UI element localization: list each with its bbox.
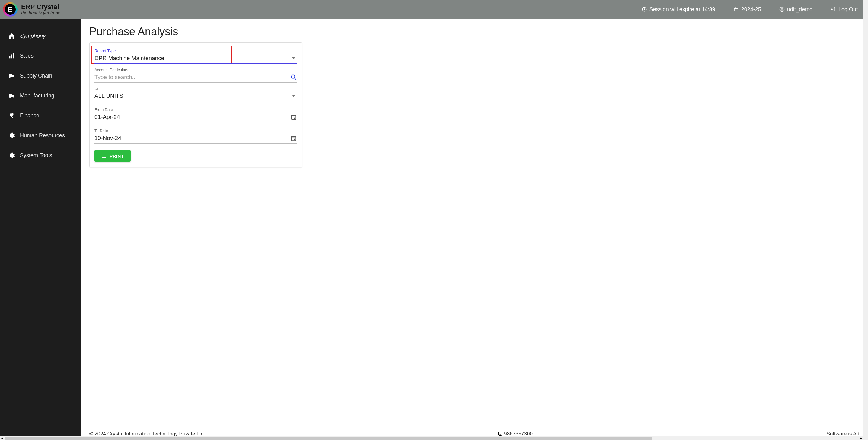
user-menu[interactable]: udit_demo <box>776 4 815 14</box>
download-icon <box>101 153 106 159</box>
svg-point-11 <box>291 75 295 78</box>
report-type-label: Report Type <box>94 48 297 53</box>
print-button[interactable]: PRINT <box>94 150 131 162</box>
svg-point-7 <box>10 77 11 78</box>
sidebar-item-finance[interactable]: Finance <box>0 106 81 126</box>
from-date-label: From Date <box>94 107 297 112</box>
gear-icon <box>8 152 15 159</box>
session-expiry: Session will expire at 14:39 <box>639 4 718 14</box>
sidebar-item-label: Finance <box>20 112 39 119</box>
to-date-field[interactable]: To Date 19-Nov-24 <box>94 128 297 143</box>
session-expiry-text: Session will expire at 14:39 <box>650 6 715 13</box>
page-title: Purchase Analysis <box>89 25 860 38</box>
scroll-left-arrow-icon[interactable]: ◂ <box>0 436 4 440</box>
scrollbar-thumb[interactable] <box>5 437 652 440</box>
sidebar-item-label: Supply Chain <box>20 73 52 79</box>
from-date-field[interactable]: From Date 01-Apr-24 <box>94 107 297 123</box>
sidebar-item-label: Manufacturing <box>20 93 54 99</box>
search-icon[interactable] <box>290 74 297 80</box>
filter-card: Report Type DPR Machine Maintenance Acco… <box>89 42 302 167</box>
svg-rect-14 <box>294 117 296 119</box>
calendar-icon <box>734 7 739 12</box>
unit-value: ALL UNITS <box>94 92 292 100</box>
to-date-label: To Date <box>94 128 297 133</box>
calendar-icon[interactable] <box>290 135 297 141</box>
account-particulars-label: Account Particulars <box>94 67 297 72</box>
sidebar-item-sales[interactable]: Sales <box>0 46 81 66</box>
sidebar: Symphony Sales Supply Chain Manufacturin… <box>0 19 81 440</box>
clock-icon <box>642 7 647 12</box>
app-header: ERP Crystal the best is yet to be.. Sess… <box>0 0 868 19</box>
account-particulars-field[interactable]: Account Particulars <box>94 67 297 82</box>
home-icon <box>8 33 15 39</box>
sidebar-item-manufacturing[interactable]: Manufacturing <box>0 86 81 106</box>
sidebar-item-label: Human Resources <box>20 132 65 139</box>
svg-rect-4 <box>9 56 10 58</box>
unit-label: Unit <box>94 86 297 91</box>
chevron-down-icon <box>292 57 295 59</box>
svg-point-3 <box>781 8 783 10</box>
unit-field[interactable]: Unit ALL UNITS <box>94 86 297 101</box>
fiscal-year-text: 2024-25 <box>741 6 761 13</box>
print-button-label: PRINT <box>110 154 124 159</box>
horizontal-scrollbar[interactable]: ◂ ▸ <box>0 436 863 440</box>
user-icon <box>779 7 785 12</box>
svg-point-9 <box>10 97 11 98</box>
sidebar-item-label: System Tools <box>20 152 52 159</box>
bar-chart-icon <box>8 53 15 59</box>
svg-rect-6 <box>13 54 14 59</box>
chevron-down-icon <box>292 95 295 97</box>
calendar-icon[interactable] <box>290 114 297 120</box>
report-type-field[interactable]: Report Type DPR Machine Maintenance <box>94 48 297 64</box>
report-type-value: DPR Machine Maintenance <box>94 54 292 62</box>
svg-rect-17 <box>294 139 296 140</box>
brand-title: ERP Crystal <box>21 3 63 10</box>
user-name: udit_demo <box>787 6 812 13</box>
brand-logo <box>3 2 18 16</box>
logout-label: Log Out <box>838 6 858 13</box>
sidebar-item-system-tools[interactable]: System Tools <box>0 145 81 165</box>
main-area: Purchase Analysis Report Type DPR Machin… <box>81 19 868 440</box>
truck-icon <box>8 72 15 79</box>
sidebar-item-supply-chain[interactable]: Supply Chain <box>0 66 81 86</box>
sidebar-item-symphony[interactable]: Symphony <box>0 26 81 46</box>
sidebar-item-human-resources[interactable]: Human Resources <box>0 126 81 145</box>
svg-rect-16 <box>291 136 296 137</box>
logout-button[interactable]: Log Out <box>828 4 861 14</box>
brand-block: ERP Crystal the best is yet to be.. <box>21 3 63 16</box>
from-date-value: 01-Apr-24 <box>94 113 290 121</box>
to-date-value: 19-Nov-24 <box>94 134 290 142</box>
fiscal-year-selector[interactable]: 2024-25 <box>731 4 764 14</box>
rupee-icon <box>8 112 15 119</box>
sidebar-item-label: Symphony <box>20 33 45 39</box>
svg-rect-13 <box>291 115 296 116</box>
svg-point-10 <box>13 97 14 98</box>
sidebar-item-label: Sales <box>20 53 33 59</box>
svg-rect-5 <box>11 54 12 58</box>
scroll-right-arrow-icon[interactable]: ▸ <box>859 436 863 440</box>
gear-icon <box>8 132 15 139</box>
logout-icon <box>831 7 836 12</box>
svg-rect-1 <box>734 8 738 11</box>
account-particulars-input[interactable] <box>94 73 290 81</box>
svg-point-8 <box>13 77 14 78</box>
brand-tagline: the best is yet to be.. <box>21 10 63 16</box>
truck-icon <box>8 92 15 99</box>
